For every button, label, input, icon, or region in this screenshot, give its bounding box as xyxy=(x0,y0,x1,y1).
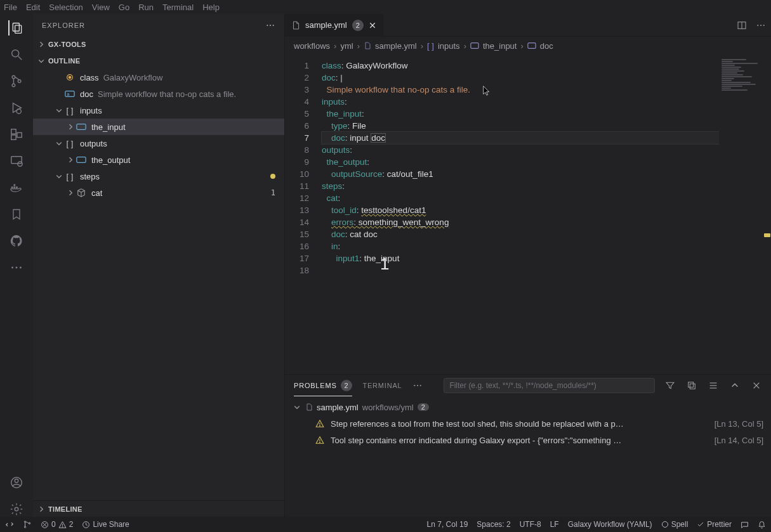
outline-item[interactable]: the_output xyxy=(33,152,284,168)
github-icon[interactable] xyxy=(9,233,24,249)
outline-item[interactable]: cat1 xyxy=(33,185,284,201)
split-editor-icon[interactable] xyxy=(737,20,747,30)
breadcrumbs[interactable]: workflows› yml› sample.yml› [ ] inputs› … xyxy=(285,37,771,55)
menu-selection[interactable]: Selection xyxy=(49,3,82,12)
breadcrumb-item[interactable]: sample.yml xyxy=(375,41,417,51)
section-workspace[interactable]: GX-TOOLS xyxy=(33,36,284,53)
sidebar-title: EXPLORER xyxy=(42,22,85,29)
chevron-down-icon xyxy=(37,57,46,65)
outline-item[interactable]: [ ]inputs xyxy=(33,102,284,119)
remote-indicator[interactable] xyxy=(5,520,14,529)
more-icon[interactable] xyxy=(9,260,24,275)
prettier[interactable]: Prettier xyxy=(697,520,732,529)
problems-count-badge: 2 xyxy=(341,380,353,391)
problem-item[interactable]: Step references a tool from the test too… xyxy=(293,415,763,432)
svg-rect-12 xyxy=(11,157,22,164)
svg-point-19 xyxy=(16,267,18,269)
language-mode[interactable]: Galaxy Workflow (YAML) xyxy=(568,520,652,529)
breadcrumb-item[interactable]: the_input xyxy=(483,41,517,51)
indent[interactable]: Spaces: 2 xyxy=(477,520,510,529)
outline-label: cat xyxy=(91,188,102,198)
code-editor[interactable]: 123456789101112131415161718 class: Galax… xyxy=(285,55,771,374)
problem-message: Step references a tool from the test too… xyxy=(331,419,624,429)
breadcrumb-item[interactable]: workflows xyxy=(294,41,330,51)
settings-gear-icon[interactable] xyxy=(9,502,24,517)
breadcrumb-item[interactable]: doc xyxy=(540,41,553,51)
overview-ruler xyxy=(762,55,771,374)
chevron-down-icon xyxy=(55,139,63,147)
run-debug-icon[interactable] xyxy=(9,100,24,115)
filter-icon[interactable] xyxy=(665,380,676,391)
warning-icon xyxy=(315,436,324,444)
panel-close-icon[interactable] xyxy=(751,380,762,391)
menu-terminal[interactable]: Terminal xyxy=(162,3,194,12)
remote-explorer-icon[interactable] xyxy=(9,153,24,169)
section-timeline[interactable]: TIMELINE xyxy=(33,500,284,517)
panel-chevron-up-icon[interactable] xyxy=(729,380,741,391)
menu-run[interactable]: Run xyxy=(138,3,154,12)
outline-label: inputs xyxy=(80,106,102,115)
tab-close-icon[interactable] xyxy=(369,22,376,29)
menu-file[interactable]: File xyxy=(4,3,17,12)
problems-filter-input[interactable]: Filter (e.g. text, **/*.ts, !**/node_mod… xyxy=(444,378,654,393)
errors-warnings[interactable]: 0 2 xyxy=(41,520,73,529)
problem-item[interactable]: Tool step contains error indicated durin… xyxy=(293,432,763,448)
outline-item[interactable]: [ ]outputs xyxy=(33,135,284,152)
accounts-icon[interactable] xyxy=(9,475,24,490)
problem-file-row[interactable]: sample.yml workflows/yml 2 xyxy=(293,399,763,415)
warning-icon xyxy=(315,419,324,428)
breadcrumb-item[interactable]: inputs xyxy=(438,41,460,51)
extensions-icon[interactable] xyxy=(9,127,24,142)
feedback-icon[interactable] xyxy=(741,521,749,529)
chevron-down-icon xyxy=(55,107,63,114)
sidebar-more-icon[interactable] xyxy=(265,20,275,30)
view-as-list-icon[interactable] xyxy=(708,380,719,391)
menu-view[interactable]: View xyxy=(92,3,110,12)
section-outline[interactable]: OUTLINE xyxy=(33,53,284,69)
svg-point-44 xyxy=(420,385,421,386)
chevron-down-icon xyxy=(293,403,301,411)
collapse-all-icon[interactable] xyxy=(686,380,697,391)
svg-rect-31 xyxy=(77,124,86,130)
outline-item[interactable]: classGalaxyWorkflow xyxy=(33,69,284,86)
spell-check[interactable]: Spell xyxy=(661,520,689,529)
file-tab[interactable]: sample.yml 2 xyxy=(285,14,383,37)
problem-location: [Ln 13, Col 5] xyxy=(715,419,763,429)
panel-tab-problems[interactable]: PROBLEMS 2 xyxy=(294,375,352,396)
svg-point-24 xyxy=(267,24,268,25)
encoding[interactable]: UTF-8 xyxy=(520,520,541,529)
explorer-icon[interactable] xyxy=(8,20,23,36)
breadcrumb-item[interactable]: yml xyxy=(340,41,353,51)
cursor-pos[interactable]: Ln 7, Col 19 xyxy=(427,520,468,529)
outline-tree[interactable]: classGalaxyWorkflowadocSimple workflow t… xyxy=(33,69,284,500)
bookmarks-icon[interactable] xyxy=(9,207,24,222)
source-control-icon[interactable] xyxy=(9,74,24,89)
eol[interactable]: LF xyxy=(550,520,559,529)
svg-rect-45 xyxy=(689,382,694,387)
svg-point-26 xyxy=(273,24,274,25)
menu-help[interactable]: Help xyxy=(202,3,220,12)
panel-tab-terminal[interactable]: TERMINAL xyxy=(362,375,402,396)
svg-point-22 xyxy=(15,479,18,483)
outline-item[interactable]: adocSimple workflow that no-op cats a fi… xyxy=(33,86,284,102)
live-share[interactable]: Live Share xyxy=(82,520,129,529)
editor-more-icon[interactable] xyxy=(756,20,766,30)
editor-area: sample.yml 2 workflows› yml› sample.yml›… xyxy=(285,14,771,517)
menu-go[interactable]: Go xyxy=(119,3,129,12)
git-branch-indicator[interactable] xyxy=(23,520,32,529)
filter-placeholder: Filter (e.g. text, **/*.ts, !**/node_mod… xyxy=(449,381,596,390)
docker-icon[interactable] xyxy=(9,180,24,195)
bell-icon[interactable] xyxy=(758,521,766,529)
outline-problem-count: 1 xyxy=(271,188,275,197)
outline-item[interactable]: the_input xyxy=(33,119,284,135)
panel-more-icon[interactable] xyxy=(412,380,423,391)
menu-edit[interactable]: Edit xyxy=(26,3,40,12)
search-icon[interactable] xyxy=(9,47,24,62)
code-content[interactable]: class: GalaxyWorkflowdoc: | Simple workf… xyxy=(315,55,771,374)
svg-rect-16 xyxy=(16,186,18,188)
chevron-right-icon: › xyxy=(334,41,336,51)
svg-point-55 xyxy=(320,442,320,443)
tabs-bar: sample.yml 2 xyxy=(285,14,771,37)
outline-item[interactable]: [ ]steps xyxy=(33,168,284,185)
svg-rect-9 xyxy=(11,129,16,134)
